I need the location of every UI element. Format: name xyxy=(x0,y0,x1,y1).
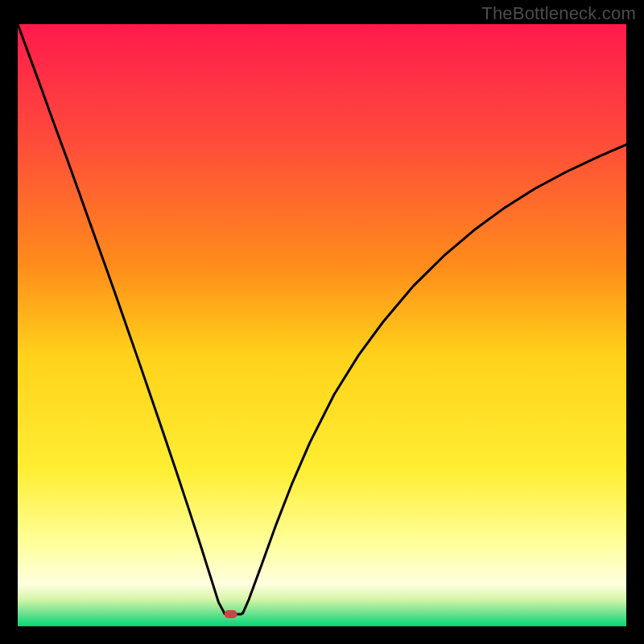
marker-group xyxy=(225,610,237,618)
chart-frame: TheBottleneck.com xyxy=(0,0,644,644)
minimum-marker xyxy=(225,610,237,618)
plot-area xyxy=(18,24,626,626)
chart-svg xyxy=(18,24,626,626)
gradient-background xyxy=(18,24,626,626)
watermark-text: TheBottleneck.com xyxy=(481,3,636,24)
